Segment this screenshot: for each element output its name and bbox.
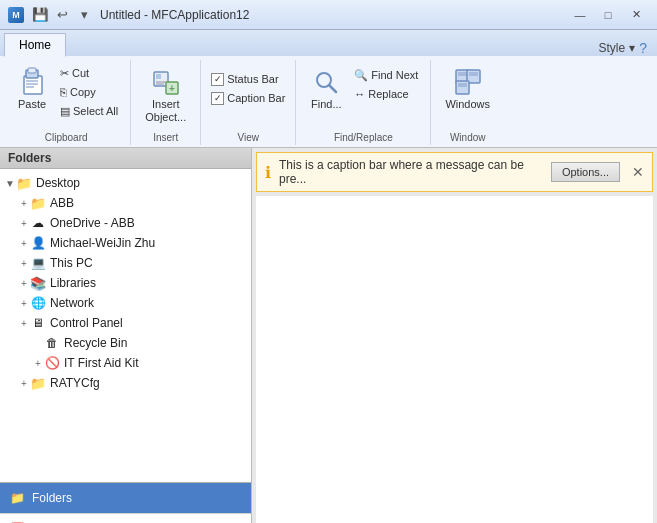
ribbon-content: Paste ✂ Cut ⎘ Copy ▤ Select All <box>0 56 657 147</box>
folders-panel-icon: 📁 <box>8 489 26 507</box>
tree-item-thispc[interactable]: + 💻 This PC <box>0 253 251 273</box>
ribbon-group-window: Windows Window <box>431 60 504 145</box>
svg-rect-2 <box>28 68 36 73</box>
caption-bar-message: This is a caption bar where a message ca… <box>279 158 543 186</box>
folders-header: Folders <box>0 148 251 169</box>
quick-access-toolbar: 💾 ↩ ▾ <box>30 5 94 25</box>
find-replace-group-label: Find/Replace <box>304 128 422 145</box>
folder-icon-desktop: 📁 <box>16 175 32 191</box>
paste-button[interactable]: Paste <box>10 62 54 115</box>
folders-panel-item[interactable]: 📁 Folders <box>0 483 251 514</box>
tree-item-controlpanel[interactable]: + 🖥 Control Panel <box>0 313 251 333</box>
caption-bar-checkbox[interactable]: ✓ Caption Bar <box>209 89 287 107</box>
ribbon-style: Style ▾ ? <box>599 40 653 56</box>
bottom-panels: 📁 Folders 📅 Calendar » <box>0 482 251 523</box>
qa-save-btn[interactable]: 💾 <box>30 5 50 25</box>
tree-item-desktop[interactable]: ▼ 📁 Desktop <box>0 173 251 193</box>
status-bar-checkbox[interactable]: ✓ Status Bar <box>209 70 287 88</box>
cut-button[interactable]: ✂ Cut <box>56 64 122 82</box>
svg-rect-18 <box>456 81 469 94</box>
tree-item-libraries[interactable]: + 📚 Libraries <box>0 273 251 293</box>
minimize-button[interactable]: — <box>567 5 593 25</box>
right-panel: ℹ This is a caption bar where a message … <box>252 148 657 523</box>
calendar-panel-item[interactable]: 📅 Calendar <box>0 514 251 523</box>
insert-object-button[interactable]: + InsertObject... <box>139 62 192 128</box>
tree-item-itfirstaid[interactable]: + 🚫 IT First Aid Kit <box>0 353 251 373</box>
tree-item-abb[interactable]: + 📁 ABB <box>0 193 251 213</box>
tree-item-michael[interactable]: + 👤 Michael-WeiJin Zhu <box>0 233 251 253</box>
folders-panel-label: Folders <box>32 491 72 505</box>
find-button[interactable]: Find... <box>304 62 348 115</box>
options-button[interactable]: Options... <box>551 162 620 182</box>
tree-item-network[interactable]: + 🌐 Network <box>0 293 251 313</box>
maximize-button[interactable]: □ <box>595 5 621 25</box>
firstaid-icon: 🚫 <box>44 355 60 371</box>
computer-icon-thispc: 💻 <box>30 255 46 271</box>
tree-item-recycle[interactable]: 🗑 Recycle Bin <box>0 333 251 353</box>
left-panel: Folders ▼ 📁 Desktop + 📁 ABB + ☁ OneDrive… <box>0 148 252 523</box>
folder-icon-abb: 📁 <box>30 195 46 211</box>
ribbon: Home Style ▾ ? <box>0 30 657 148</box>
clipboard-group-label: Clipboard <box>10 128 122 145</box>
insert-object-icon: + <box>150 66 182 98</box>
svg-rect-15 <box>458 72 467 76</box>
folder-icon-libraries: 📚 <box>30 275 46 291</box>
ribbon-group-view: ✓ Status Bar ✓ Caption Bar View <box>201 60 296 145</box>
folder-tree[interactable]: ▼ 📁 Desktop + 📁 ABB + ☁ OneDrive - ABB +… <box>0 169 251 482</box>
network-icon: 🌐 <box>30 295 46 311</box>
paste-label: Paste <box>18 98 46 111</box>
help-icon[interactable]: ? <box>639 40 647 56</box>
cut-icon: ✂ <box>60 67 69 80</box>
insert-object-label: InsertObject... <box>145 98 186 124</box>
expander-thispc: + <box>18 258 30 269</box>
caption-bar: ℹ This is a caption bar where a message … <box>256 152 653 192</box>
tab-home[interactable]: Home <box>4 33 66 57</box>
ribbon-tab-bar: Home Style ▾ ? <box>0 30 657 56</box>
tree-item-ratycfg[interactable]: + 📁 RATYCfg <box>0 373 251 393</box>
windows-button[interactable]: Windows <box>439 62 496 115</box>
svg-rect-7 <box>156 74 161 79</box>
ribbon-group-clipboard: Paste ✂ Cut ⎘ Copy ▤ Select All <box>2 60 131 145</box>
svg-rect-19 <box>458 83 467 87</box>
close-button[interactable]: ✕ <box>623 5 649 25</box>
qa-dropdown-btn[interactable]: ▾ <box>74 5 94 25</box>
copy-button[interactable]: ⎘ Copy <box>56 83 122 101</box>
window-group-label: Window <box>439 128 496 145</box>
select-all-icon: ▤ <box>60 105 70 118</box>
copy-icon: ⎘ <box>60 86 67 98</box>
find-next-button[interactable]: 🔍 Find Next <box>350 66 422 84</box>
recycle-icon: 🗑 <box>44 335 60 351</box>
qa-undo-btn[interactable]: ↩ <box>52 5 72 25</box>
app-icon: M <box>8 7 24 23</box>
windows-icon <box>452 66 484 98</box>
svg-rect-17 <box>469 72 478 76</box>
insert-group-label: Insert <box>139 128 192 145</box>
expander-libraries: + <box>18 278 30 289</box>
expander-abb: + <box>18 198 30 209</box>
replace-button[interactable]: ↔ Replace <box>350 85 422 103</box>
main-area: Folders ▼ 📁 Desktop + 📁 ABB + ☁ OneDrive… <box>0 148 657 523</box>
replace-icon: ↔ <box>354 88 365 100</box>
expander-itfirstaid: + <box>32 358 44 369</box>
caption-bar-info-icon: ℹ <box>265 163 271 182</box>
windows-label: Windows <box>445 98 490 111</box>
status-bar-check-icon: ✓ <box>211 73 224 86</box>
paste-icon <box>16 66 48 98</box>
tree-item-onedrive[interactable]: + ☁ OneDrive - ABB <box>0 213 251 233</box>
caption-bar-check-icon: ✓ <box>211 92 224 105</box>
expander-onedrive: + <box>18 218 30 229</box>
find-icon <box>310 66 342 98</box>
caption-close-button[interactable]: ✕ <box>632 164 644 180</box>
select-all-button[interactable]: ▤ Select All <box>56 102 122 120</box>
title-bar-left: M 💾 ↩ ▾ Untitled - MFCApplication12 <box>8 5 249 25</box>
view-group-label: View <box>209 128 287 145</box>
expander-ratycfg: + <box>18 378 30 389</box>
window-controls: — □ ✕ <box>567 5 649 25</box>
user-icon-michael: 👤 <box>30 235 46 251</box>
folder-icon-ratycfg: 📁 <box>30 375 46 391</box>
title-bar: M 💾 ↩ ▾ Untitled - MFCApplication12 — □ … <box>0 0 657 30</box>
svg-text:+: + <box>169 83 175 94</box>
find-label: Find... <box>311 98 342 111</box>
expander-network: + <box>18 298 30 309</box>
window-title: Untitled - MFCApplication12 <box>100 8 249 22</box>
